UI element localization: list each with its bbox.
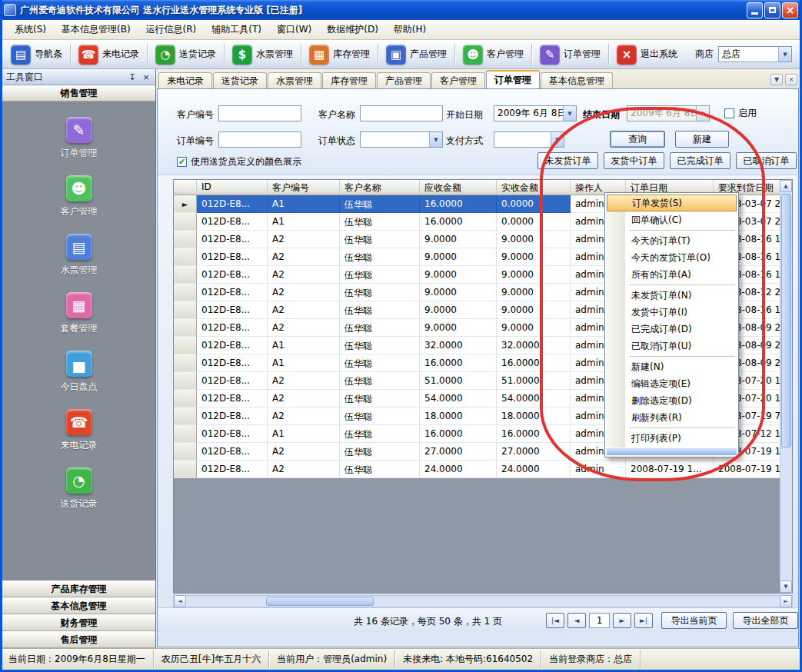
- tab-basic-info[interactable]: 基本信息管理: [541, 72, 613, 88]
- sidebar-item-delivery-records[interactable]: ◔送货记录: [2, 461, 155, 520]
- tab-inventory[interactable]: 库存管理: [322, 72, 376, 88]
- column-header-id[interactable]: ID: [197, 180, 268, 195]
- scroll-right-icon[interactable]: ►: [780, 595, 792, 607]
- start-date-picker[interactable]: 2009年 6月 8日 ▼: [494, 105, 577, 121]
- cell: 伍华聪: [340, 443, 420, 461]
- sidebar-group-finance[interactable]: 财务管理: [2, 614, 155, 631]
- toolbar-button-water-tickets[interactable]: $水票管理: [228, 42, 297, 67]
- context-menu-item-today-orders[interactable]: 今天的订单(T): [607, 232, 737, 249]
- filter-button-cancelled[interactable]: 已取消订单: [736, 152, 797, 169]
- column-header-customer-no[interactable]: 客户编号: [268, 180, 340, 195]
- toolbar-button-inventory[interactable]: ▦库存管理: [305, 42, 374, 67]
- sidebar-item-today-stocktake[interactable]: ▅今日盘点: [2, 344, 155, 403]
- tab-customers[interactable]: 客户管理: [431, 72, 485, 88]
- close-icon[interactable]: ×: [141, 72, 151, 82]
- enable-checkbox[interactable]: 启用: [724, 107, 757, 120]
- scroll-down-icon[interactable]: ▼: [780, 581, 792, 593]
- export-current-page-button[interactable]: 导出当前页: [661, 612, 727, 629]
- toolbar-button-delivery-records[interactable]: ◔送货记录: [151, 42, 220, 67]
- vertical-scrollbar[interactable]: ▲ ▼: [780, 180, 792, 593]
- context-menu-item-ship-order[interactable]: 订单发货(S): [607, 195, 737, 211]
- context-menu-item-confirm-receipt[interactable]: 回单确认(C): [607, 211, 737, 228]
- export-all-pages-button[interactable]: 导出全部页: [733, 612, 798, 629]
- menu-item-data-maintenance[interactable]: 数据维护(D): [319, 20, 386, 39]
- context-menu-item-today-ship-orders[interactable]: 今天的发货订单(O): [607, 249, 737, 266]
- tab-close-icon[interactable]: ×: [785, 74, 797, 85]
- column-header-receivable[interactable]: 应收金额: [420, 180, 497, 195]
- context-menu-item-edit-selected[interactable]: 编辑选定项(E): [607, 375, 737, 392]
- store-select[interactable]: 总店 ▼: [718, 46, 792, 62]
- last-page-button[interactable]: ►|: [634, 613, 653, 628]
- page-number-input[interactable]: [589, 613, 610, 628]
- filter-button-completed[interactable]: 已完成订单: [670, 152, 730, 169]
- menu-item-help[interactable]: 帮助(H): [386, 20, 434, 39]
- scroll-left-icon[interactable]: ◄: [174, 595, 186, 607]
- column-header-customer-name[interactable]: 客户名称: [340, 180, 420, 195]
- first-page-button[interactable]: |◄: [546, 613, 564, 628]
- tab-list-dropdown-icon[interactable]: ▼: [770, 74, 783, 85]
- context-menu-item-delete-selected[interactable]: 删除选定项(D): [607, 392, 737, 409]
- customer-name-input[interactable]: [360, 105, 443, 121]
- order-no-input[interactable]: [218, 131, 301, 148]
- context-menu-item-completed-orders[interactable]: 已完成订单(D): [607, 321, 737, 338]
- context-menu-item-new[interactable]: 新建(N): [607, 358, 737, 375]
- menu-item-runtime-info[interactable]: 运行信息(R): [138, 20, 205, 39]
- color-display-checkbox[interactable]: ✔ 使用送货员定义的颜色展示: [177, 155, 301, 168]
- toolbar-button-orders[interactable]: ✎订单管理: [536, 42, 604, 67]
- vertical-scrollbar-thumb[interactable]: [781, 194, 791, 447]
- sidebar-group-product-inventory[interactable]: 产品库存管理: [2, 581, 155, 597]
- tab-call-records[interactable]: 来电记录: [158, 72, 212, 88]
- context-menu-item-shipping-orders[interactable]: 发货中订单(I): [607, 304, 737, 321]
- tab-water-tickets[interactable]: 水票管理: [268, 72, 321, 88]
- tool-window-caption: 工具窗口 ↧ ×: [2, 69, 155, 85]
- tab-delivery-records[interactable]: 送货记录: [213, 72, 267, 88]
- context-menu-item-all-orders[interactable]: 所有的订单(A): [607, 266, 737, 283]
- menu-item-aux-tools[interactable]: 辅助工具(T): [204, 20, 269, 39]
- order-status-select[interactable]: ▼: [360, 131, 443, 148]
- scroll-up-icon[interactable]: ▲: [780, 180, 792, 192]
- tab-orders[interactable]: 订单管理: [486, 70, 540, 88]
- sidebar-item-package-mgmt[interactable]: ▦套餐管理: [2, 286, 155, 344]
- context-menu-item-unshipped-orders[interactable]: 未发货订单(N): [607, 287, 737, 304]
- next-page-button[interactable]: ►: [613, 613, 631, 628]
- toolbar-button-navigator[interactable]: ▤导航条: [7, 42, 66, 67]
- sidebar-group-after-sales[interactable]: 售后管理: [2, 631, 155, 648]
- maximize-button[interactable]: [764, 2, 780, 18]
- column-header-received[interactable]: 实收金额: [497, 180, 571, 195]
- status-filter-buttons: 未发货订单发货中订单已完成订单已取消订单: [537, 152, 797, 169]
- cell: 9.0000: [420, 301, 497, 319]
- pay-method-select[interactable]: ▼: [494, 131, 564, 148]
- inventory-icon: ▦: [309, 45, 329, 65]
- sidebar-item-call-records[interactable]: ☎来电记录: [2, 403, 155, 461]
- tab-products[interactable]: 产品管理: [377, 72, 431, 88]
- context-menu-item-print-list[interactable]: 打印列表(P): [607, 430, 737, 447]
- table-row[interactable]: 012D-E8...A2伍华聪24.000024.0000admin2008-0…: [174, 461, 781, 478]
- toolbar-button-call-records[interactable]: ☎来电记录: [75, 42, 143, 67]
- prev-page-button[interactable]: ◄: [567, 613, 586, 628]
- filter-button-shipping[interactable]: 发货中订单: [604, 152, 664, 169]
- cell: 0.0000: [497, 213, 571, 231]
- new-button[interactable]: 新建: [675, 131, 729, 148]
- customer-no-input[interactable]: [218, 105, 301, 121]
- sidebar-item-order-mgmt[interactable]: ✎订单管理: [2, 111, 155, 169]
- menu-item-system[interactable]: 系统(S): [7, 20, 54, 39]
- filter-button-unshipped[interactable]: 未发货订单: [537, 152, 598, 169]
- pin-icon[interactable]: ↧: [127, 72, 138, 82]
- horizontal-scrollbar[interactable]: ◄ ►: [173, 595, 793, 607]
- query-button[interactable]: 查询: [610, 131, 665, 148]
- sidebar-item-water-ticket-mgmt[interactable]: ▤水票管理: [2, 228, 155, 286]
- sidebar-item-customer-mgmt[interactable]: ☻客户管理: [2, 169, 155, 228]
- end-date-picker[interactable]: 2009年 6月 8日 ▼: [627, 105, 710, 121]
- context-menu-item-refresh-list[interactable]: 刷新列表(R): [607, 409, 737, 426]
- sidebar-group-sales[interactable]: 销售管理: [2, 85, 155, 101]
- toolbar-button-products[interactable]: ▣产品管理: [382, 42, 451, 67]
- close-button[interactable]: ×: [782, 2, 798, 18]
- minimize-button[interactable]: [747, 2, 763, 18]
- horizontal-scrollbar-thumb[interactable]: [266, 597, 374, 606]
- toolbar-button-customers[interactable]: ☻客户管理: [459, 42, 527, 67]
- menu-item-basic-info[interactable]: 基本信息管理(B): [54, 20, 138, 39]
- sidebar-group-basic-info[interactable]: 基本信息管理: [2, 597, 155, 614]
- menu-item-window[interactable]: 窗口(W): [269, 20, 319, 39]
- context-menu-item-cancelled-orders[interactable]: 已取消订单(U): [607, 338, 737, 354]
- toolbar-button-exit[interactable]: ×退出系统: [613, 42, 681, 67]
